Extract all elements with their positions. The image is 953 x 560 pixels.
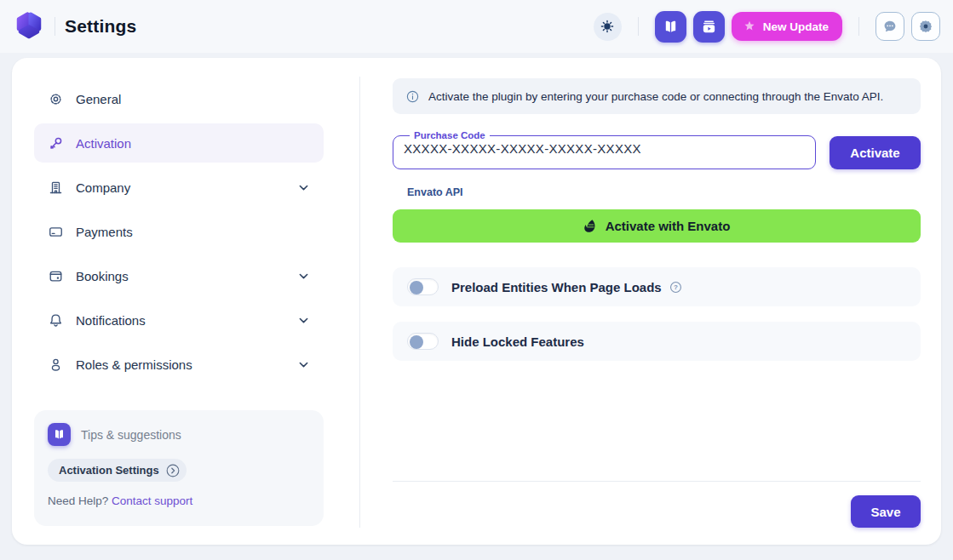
chevron-down-icon (297, 270, 310, 283)
sidebar-item-label: Payments (76, 225, 133, 239)
tips-chip-label: Activation Settings (59, 464, 159, 477)
sidebar-item-label: Activation (76, 136, 131, 151)
info-icon (405, 89, 420, 104)
gear-icon (48, 91, 64, 107)
need-help-text: Need Help? (48, 494, 108, 507)
chevron-down-icon (297, 181, 310, 194)
chat-icon (882, 19, 898, 34)
sidebar-item-company[interactable]: Company (34, 168, 324, 207)
sun-icon (600, 19, 615, 34)
envato-leaf-icon (583, 219, 598, 233)
header-divider (55, 17, 55, 36)
star-icon (743, 20, 756, 33)
toggles: Preload Entities When Page Loads ? Hide … (393, 267, 921, 361)
sidebar-item-payments[interactable]: Payments (34, 212, 324, 251)
page-title: Settings (65, 16, 136, 37)
bell-icon (48, 312, 64, 329)
building-icon (48, 180, 64, 196)
help-icon[interactable]: ? (669, 280, 683, 294)
new-update-button[interactable]: New Update (732, 12, 842, 41)
header-actions: New Update (594, 11, 940, 43)
toggle-knob (410, 281, 423, 294)
user-icon (48, 357, 64, 373)
chevron-right-circle-icon (165, 463, 181, 478)
toggle-switch[interactable] (407, 333, 439, 350)
envato-api-label: Envato API (407, 186, 463, 198)
activate-button[interactable]: Activate (830, 136, 921, 169)
sidebar-item-activation[interactable]: Activation (34, 123, 324, 163)
top-header: Settings New Update (0, 0, 953, 53)
chevron-down-icon (297, 314, 310, 327)
book-icon (663, 19, 679, 35)
purchase-code-row: Purchase Code Activate (393, 130, 921, 169)
toggle-row: Hide Locked Features (393, 322, 921, 361)
toggle-switch[interactable] (407, 278, 439, 295)
svg-text:?: ? (674, 283, 678, 291)
sidebar-item-label: Bookings (76, 269, 129, 283)
purchase-code-label: Purchase Code (410, 130, 490, 140)
activation-settings-chip[interactable]: Activation Settings (48, 459, 187, 482)
video-tutorials-button[interactable] (693, 11, 725, 43)
video-icon (701, 19, 717, 35)
save-button[interactable]: Save (851, 495, 921, 528)
sidebar-item-notifications[interactable]: Notifications (34, 300, 324, 340)
chevron-down-icon (297, 358, 310, 371)
tips-title: Tips & suggestions (81, 428, 181, 442)
info-banner-text: Activate the plugin by entering your pur… (428, 90, 883, 103)
theme-toggle-button[interactable] (594, 13, 622, 41)
toggle-label: Hide Locked Features (451, 334, 584, 349)
app-logo-icon (13, 10, 45, 43)
contact-support-link[interactable]: Contact support (112, 494, 192, 507)
gear-filled-icon (918, 19, 933, 34)
header-divider (638, 17, 639, 36)
new-update-label: New Update (763, 20, 829, 33)
activation-content: Activate the plugin by entering your pur… (393, 58, 921, 545)
envato-button-label: Activate with Envato (606, 219, 731, 233)
documentation-button[interactable] (655, 11, 686, 43)
purchase-code-input[interactable] (404, 141, 805, 156)
sidebar-item-general[interactable]: General (34, 79, 324, 118)
feedback-chat-button[interactable] (875, 12, 904, 41)
tips-box: Tips & suggestions Activation Settings N… (34, 410, 324, 526)
tips-book-icon (48, 423, 71, 446)
toggle-row: Preload Entities When Page Loads ? (393, 267, 921, 306)
calendar-icon (48, 268, 64, 284)
sidebar-content-divider (359, 77, 360, 528)
settings-page: Settings New Update General Activation C… (0, 0, 953, 560)
info-banner: Activate the plugin by entering your pur… (393, 78, 921, 114)
sidebar-nav: General Activation Company Payments Book… (34, 79, 324, 384)
sidebar-item-label: Company (76, 180, 130, 195)
credit-card-icon (48, 224, 64, 240)
key-icon (48, 135, 64, 151)
sidebar-item-label: General (76, 92, 121, 106)
purchase-code-fieldset: Purchase Code (393, 130, 816, 169)
toggle-label: Preload Entities When Page Loads (451, 280, 662, 294)
settings-card: General Activation Company Payments Book… (12, 58, 941, 545)
footer-divider (393, 481, 921, 482)
sidebar-item-label: Notifications (76, 313, 146, 328)
settings-gear-button[interactable] (911, 12, 940, 41)
sidebar-item-bookings[interactable]: Bookings (34, 256, 324, 295)
sidebar-item-roles-permissions[interactable]: Roles & permissions (34, 345, 324, 384)
activate-with-envato-button[interactable]: Activate with Envato (393, 209, 921, 243)
toggle-knob (410, 335, 423, 349)
header-divider (858, 17, 859, 36)
sidebar-item-label: Roles & permissions (76, 357, 192, 372)
